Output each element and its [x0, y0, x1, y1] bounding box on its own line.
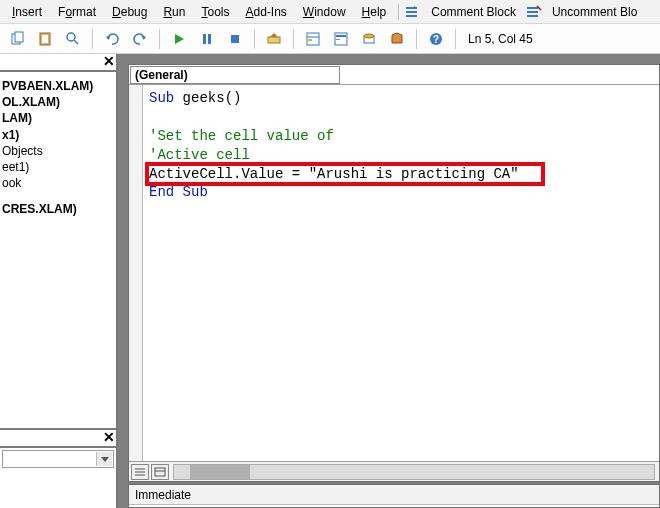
- properties-panel: [0, 448, 116, 508]
- redo-button[interactable]: [129, 28, 151, 50]
- menu-addins[interactable]: Add-Ins: [239, 3, 292, 21]
- project-explorer-button[interactable]: [302, 28, 324, 50]
- menu-comment-block[interactable]: Comment Block: [425, 3, 522, 21]
- tree-node[interactable]: OL.XLAM): [2, 94, 114, 110]
- toolbox-button[interactable]: [386, 28, 408, 50]
- svg-rect-18: [208, 34, 211, 44]
- comment-block-icon: ': [405, 4, 421, 20]
- code-window: (General) Sub geeks() 'Set the cell valu…: [128, 64, 660, 482]
- svg-rect-26: [336, 35, 346, 37]
- tree-node[interactable]: PVBAEN.XLAM): [2, 78, 114, 94]
- menu-uncomment-block[interactable]: Uncomment Blo: [546, 3, 643, 21]
- svg-marker-21: [270, 33, 278, 37]
- project-tree[interactable]: PVBAEN.XLAM) OL.XLAM) LAM) x1) Objects e…: [0, 72, 116, 430]
- svg-rect-4: [527, 7, 538, 9]
- cursor-position: Ln 5, Col 45: [464, 32, 533, 46]
- reset-button[interactable]: [224, 28, 246, 50]
- menu-window[interactable]: Window: [297, 3, 352, 21]
- object-browser-button[interactable]: [358, 28, 380, 50]
- svg-point-29: [364, 34, 374, 38]
- find-button[interactable]: [62, 28, 84, 50]
- chevron-down-icon: [101, 457, 109, 462]
- menu-help[interactable]: Help: [356, 3, 393, 21]
- tree-node[interactable]: eet1): [2, 159, 114, 175]
- svg-rect-20: [268, 37, 280, 43]
- svg-point-12: [67, 33, 75, 41]
- code-margin: [129, 85, 143, 461]
- svg-rect-17: [203, 34, 206, 44]
- svg-rect-24: [308, 39, 312, 41]
- object-combo[interactable]: (General): [130, 66, 340, 84]
- menu-debug[interactable]: Debug: [106, 3, 153, 21]
- svg-rect-27: [336, 39, 340, 40]
- tree-node[interactable]: CRES.XLAM): [2, 201, 114, 217]
- properties-object-combo[interactable]: [2, 450, 114, 468]
- tree-node[interactable]: ook: [2, 175, 114, 191]
- procedure-view-button[interactable]: [131, 464, 149, 480]
- design-mode-button[interactable]: [263, 28, 285, 50]
- immediate-window[interactable]: Immediate: [128, 484, 660, 508]
- svg-rect-6: [527, 15, 538, 17]
- properties-window-button[interactable]: [330, 28, 352, 50]
- full-module-view-button[interactable]: [151, 464, 169, 480]
- svg-marker-15: [142, 35, 146, 40]
- menu-format[interactable]: Format: [52, 3, 102, 21]
- svg-rect-35: [155, 468, 165, 476]
- menu-run[interactable]: Run: [157, 3, 191, 21]
- svg-marker-16: [175, 34, 184, 44]
- highlight-box: [145, 162, 545, 186]
- immediate-title: Immediate: [135, 488, 191, 502]
- break-button[interactable]: [196, 28, 218, 50]
- tree-node[interactable]: LAM): [2, 110, 114, 126]
- close-icon[interactable]: ✕: [103, 54, 115, 68]
- tree-node[interactable]: Objects: [2, 143, 114, 159]
- svg-marker-14: [106, 35, 110, 40]
- svg-line-13: [74, 40, 78, 44]
- paste-button[interactable]: [34, 28, 56, 50]
- svg-rect-19: [231, 35, 239, 43]
- menu-tools[interactable]: Tools: [195, 3, 235, 21]
- code-editor[interactable]: Sub geeks() 'Set the cell value of 'Acti…: [143, 85, 659, 461]
- svg-text:?: ?: [433, 34, 439, 45]
- toolbar: ? Ln 5, Col 45: [0, 24, 660, 54]
- run-button[interactable]: [168, 28, 190, 50]
- copy-button[interactable]: [6, 28, 28, 50]
- svg-rect-2: [406, 15, 417, 17]
- svg-rect-5: [527, 11, 538, 13]
- undo-button[interactable]: [101, 28, 123, 50]
- close-icon[interactable]: ✕: [103, 430, 115, 444]
- horizontal-scrollbar[interactable]: [173, 464, 655, 480]
- menu-bar: Insert Format Debug Run Tools Add-Ins Wi…: [0, 0, 660, 24]
- svg-rect-11: [42, 35, 48, 43]
- menu-insert[interactable]: Insert: [6, 3, 48, 21]
- tree-node[interactable]: x1): [2, 127, 114, 143]
- project-explorer-panel: ✕ PVBAEN.XLAM) OL.XLAM) LAM) x1) Objects…: [0, 54, 118, 508]
- object-combo-label: (General): [135, 68, 188, 82]
- help-button[interactable]: ?: [425, 28, 447, 50]
- uncomment-block-icon: [526, 4, 542, 20]
- svg-rect-9: [15, 32, 23, 42]
